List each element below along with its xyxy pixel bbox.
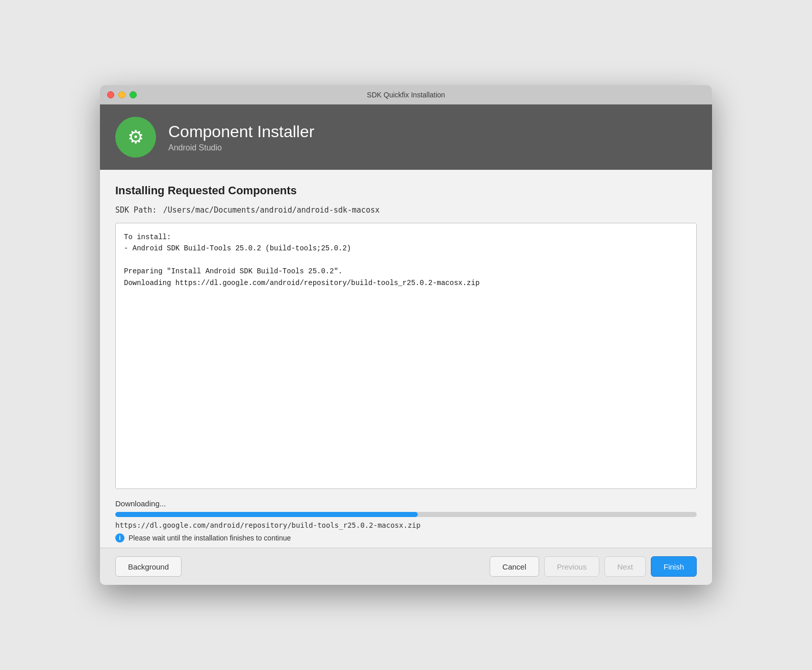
download-url: https://dl.google.com/android/repository… — [115, 521, 697, 529]
status-area: Downloading... https://dl.google.com/and… — [100, 499, 712, 548]
header-text: Component Installer Android Studio — [168, 122, 314, 152]
footer-right: Cancel Previous Next Finish — [490, 556, 697, 577]
logo-circle: ⚙ — [115, 117, 156, 158]
main-window: SDK Quickfix Installation ⚙ Component In… — [100, 85, 712, 585]
downloading-label: Downloading... — [115, 499, 697, 508]
footer: Background Cancel Previous Next Finish — [100, 548, 712, 585]
sdk-path-value: /Users/mac/Documents/android/android-sdk… — [163, 205, 379, 215]
title-bar: SDK Quickfix Installation — [100, 85, 712, 105]
cancel-button[interactable]: Cancel — [490, 556, 539, 577]
header: ⚙ Component Installer Android Studio — [100, 105, 712, 170]
close-button[interactable] — [107, 91, 114, 98]
progress-bar-container — [115, 512, 697, 517]
previous-button[interactable]: Previous — [544, 556, 599, 577]
app-title: Component Installer — [168, 122, 314, 141]
traffic-lights — [107, 91, 137, 98]
window-title: SDK Quickfix Installation — [367, 91, 445, 99]
info-icon: i — [115, 533, 124, 543]
app-subtitle: Android Studio — [168, 143, 314, 152]
background-button[interactable]: Background — [115, 556, 182, 577]
progress-bar-fill — [115, 512, 418, 517]
footer-left: Background — [115, 556, 182, 577]
info-message: Please wait until the installation finis… — [129, 534, 291, 542]
main-content: Installing Requested Components SDK Path… — [100, 170, 712, 499]
sdk-path-label: SDK Path: — [115, 205, 157, 215]
next-button[interactable]: Next — [604, 556, 646, 577]
finish-button[interactable]: Finish — [651, 556, 697, 577]
sdk-path-row: SDK Path: /Users/mac/Documents/android/a… — [115, 205, 697, 215]
android-studio-icon: ⚙ — [128, 126, 144, 148]
log-area: To install: - Android SDK Build-Tools 25… — [115, 223, 697, 489]
log-text: To install: - Android SDK Build-Tools 25… — [124, 231, 688, 289]
section-title: Installing Requested Components — [115, 184, 697, 197]
minimize-button[interactable] — [118, 91, 125, 98]
info-row: i Please wait until the installation fin… — [115, 533, 697, 543]
maximize-button[interactable] — [130, 91, 137, 98]
